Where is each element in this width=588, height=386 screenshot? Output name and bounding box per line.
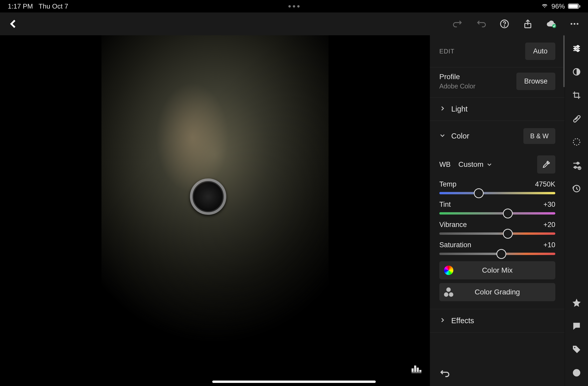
radial-filter-tool[interactable] — [571, 136, 582, 147]
wb-dropdown[interactable]: Custom — [459, 160, 492, 169]
keywords-icon[interactable] — [571, 344, 582, 355]
temp-slider[interactable]: Temp 4750K — [439, 180, 555, 194]
battery-icon — [568, 4, 580, 9]
browse-profile-button[interactable]: Browse — [516, 73, 555, 90]
status-bar: 1:17 PM Thu Oct 7 96% — [0, 0, 588, 12]
chevron-right-icon — [439, 316, 446, 325]
color-mix-button[interactable]: Color Mix — [439, 261, 555, 279]
vibrance-label: Vibrance — [439, 221, 467, 229]
temp-label: Temp — [439, 180, 456, 188]
wb-label: WB — [439, 161, 451, 169]
color-grading-icon — [444, 287, 453, 297]
profile-label: Profile — [439, 73, 475, 81]
photo-preview[interactable] — [101, 35, 329, 376]
adjust-tool[interactable] — [571, 43, 582, 54]
presets-tool[interactable] — [571, 160, 582, 171]
svg-point-1 — [504, 26, 505, 26]
svg-point-25 — [574, 347, 575, 348]
redo-button[interactable] — [452, 18, 463, 30]
svg-rect-28 — [576, 372, 577, 375]
more-button[interactable] — [569, 18, 580, 30]
vibrance-slider[interactable]: Vibrance +20 — [439, 221, 555, 235]
panel-title: EDIT — [439, 48, 455, 55]
back-button[interactable] — [8, 18, 19, 30]
svg-point-6 — [577, 23, 578, 25]
saturation-label: Saturation — [439, 241, 471, 249]
reset-button[interactable] — [439, 368, 450, 380]
svg-point-4 — [571, 23, 572, 25]
bw-button[interactable]: B & W — [523, 128, 555, 144]
multitask-dots[interactable] — [289, 5, 300, 8]
histogram-button[interactable] — [412, 365, 421, 373]
edit-panel: EDIT Auto Profile Adobe Color Browse Lig… — [430, 35, 565, 386]
color-section-toggle[interactable]: Color B & W — [430, 121, 565, 151]
comments-icon[interactable] — [571, 321, 582, 332]
effects-section-toggle[interactable]: Effects — [430, 309, 565, 333]
share-button[interactable] — [522, 18, 534, 30]
auto-button[interactable]: Auto — [525, 43, 555, 60]
profile-value: Adobe Color — [439, 82, 475, 90]
svg-point-16 — [573, 139, 580, 145]
home-indicator[interactable] — [212, 381, 376, 383]
light-section-toggle[interactable]: Light — [430, 98, 565, 121]
help-button[interactable] — [499, 18, 510, 30]
tint-slider[interactable]: Tint +30 — [439, 201, 555, 215]
chevron-down-icon — [487, 162, 492, 167]
eyedropper-button[interactable] — [537, 155, 555, 174]
app-toolbar — [0, 12, 588, 35]
crop-tool[interactable] — [571, 90, 582, 101]
status-date: Thu Oct 7 — [39, 2, 68, 10]
svg-rect-14 — [573, 115, 580, 123]
chevron-down-icon — [439, 132, 446, 140]
color-grading-button[interactable]: Color Grading — [439, 283, 555, 301]
svg-point-27 — [576, 371, 577, 372]
temp-value: 4750K — [535, 180, 555, 188]
info-icon[interactable] — [571, 367, 582, 378]
status-time: 1:17 PM — [8, 2, 33, 10]
color-wheel-icon — [444, 266, 453, 275]
saturation-slider[interactable]: Saturation +10 — [439, 241, 555, 255]
tool-rail — [565, 35, 588, 386]
masking-tool[interactable] — [571, 66, 582, 77]
wb-value: Custom — [459, 160, 483, 169]
effects-section-label: Effects — [451, 316, 474, 325]
healing-tool[interactable] — [571, 113, 582, 124]
photo-canvas[interactable] — [0, 35, 430, 386]
color-grading-label: Color Grading — [475, 288, 520, 296]
saturation-value: +10 — [543, 241, 555, 249]
color-section-label: Color — [451, 132, 469, 140]
chevron-right-icon — [439, 105, 446, 113]
vibrance-value: +20 — [543, 221, 555, 229]
undo-button[interactable] — [475, 18, 487, 30]
color-mix-label: Color Mix — [482, 266, 512, 274]
wifi-icon — [541, 2, 548, 11]
battery-percent: 96% — [551, 2, 565, 10]
light-section-label: Light — [451, 105, 468, 113]
versions-tool[interactable] — [571, 183, 582, 194]
tint-label: Tint — [439, 201, 451, 209]
cloud-sync-icon[interactable] — [545, 18, 557, 30]
tint-value: +30 — [543, 201, 555, 209]
rating-star-icon[interactable] — [571, 297, 582, 308]
svg-point-5 — [574, 23, 576, 25]
